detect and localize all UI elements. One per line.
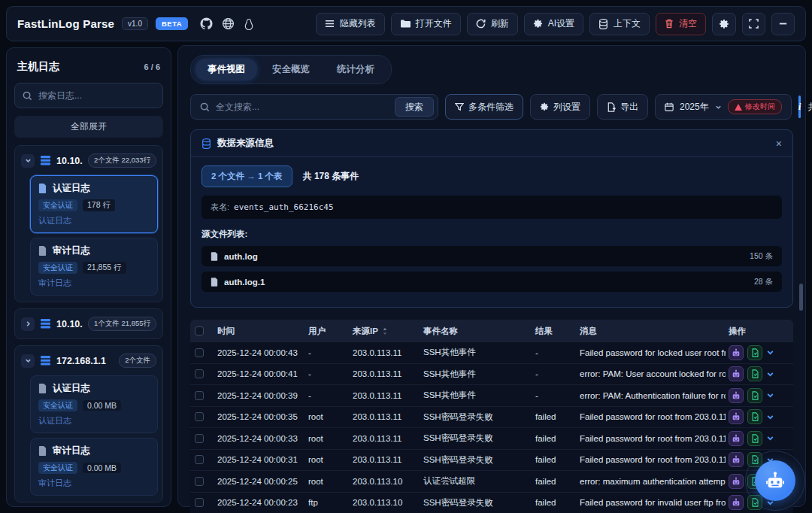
raw-log-button[interactable] [747,452,762,467]
table-row[interactable]: 2025-12-24 00:00:23 ftp 203.0.113.10 SSH… [190,493,793,513]
ai-analyze-button[interactable] [729,474,744,489]
host-group-10-10-10-50: 10.10.10.50 1个文件 21,855行 [14,308,163,339]
expand-row-chevron[interactable] [766,434,774,442]
cell-event: 认证尝试超限 [423,475,532,487]
open-file-button[interactable]: 打开文件 [391,13,461,35]
row-checkbox[interactable] [195,477,204,486]
table-row[interactable]: 2025-12-24 00:00:33 root 203.0.113.11 SS… [190,428,793,450]
cell-ip: 203.0.113.11 [353,412,420,421]
tab-statistics[interactable]: 统计分析 [325,59,386,80]
raw-log-button[interactable] [747,345,762,360]
log-file-item[interactable]: 认证日志 安全认证 178 行 认证日志 [30,175,158,233]
ai-analyze-button[interactable] [729,345,744,360]
sidebar: 主机日志 6 / 6 全部展开 10.10.10.49 2个文件 22,033行… [6,47,171,507]
row-checkbox[interactable] [195,498,204,507]
cell-result: - [535,348,577,357]
context-button[interactable]: 上下文 [589,13,650,35]
sidebar-search[interactable] [14,83,163,108]
host-name: 172.168.1.1 [56,356,114,366]
table-row[interactable]: 2025-12-24 00:00:41 - 203.0.113.11 SSH其他… [190,364,793,386]
expand-all-button[interactable]: 全部展开 [14,116,163,138]
host-row[interactable]: 10.10.10.50 1个文件 21,855行 [20,314,158,334]
host-row[interactable]: 172.168.1.1 2个文件 [20,351,158,371]
chevron-down-icon[interactable] [21,154,35,168]
raw-log-button[interactable] [747,388,762,403]
source-file-item[interactable]: auth.log.1 28 条 [201,272,782,292]
row-checkbox[interactable] [195,348,204,357]
row-checkbox[interactable] [195,412,204,421]
table-row[interactable]: 2025-12-24 00:00:35 root 203.0.113.11 SS… [190,407,793,429]
close-icon[interactable]: × [776,138,782,149]
ai-assistant-fab[interactable] [755,460,795,501]
expand-row-chevron[interactable] [766,370,774,378]
row-checkbox[interactable] [195,369,204,378]
raw-log-button[interactable] [747,495,762,510]
settings-button[interactable] [712,13,736,35]
table-row[interactable]: 2025-12-24 00:00:31 root 203.0.113.11 SS… [190,450,793,472]
tab-event-view[interactable]: 事件视图 [195,59,257,80]
file-title: 审计日志 [53,244,90,257]
minimize-icon [778,19,788,29]
year-select[interactable]: 2025年 修改时间 [655,94,792,120]
ai-analyze-button[interactable] [729,366,744,381]
log-file-item[interactable]: 认证日志 安全认证 0.00 MB 认证日志 [30,375,158,433]
cell-ip: 203.0.113.11 [353,455,420,464]
source-file-item[interactable]: auth.log 150 条 [201,246,782,266]
ai-analyze-button[interactable] [729,431,744,446]
cell-ip: 203.0.113.10 [353,477,420,486]
fulltext-search-input[interactable] [216,102,389,112]
info-button[interactable]: i [798,96,801,118]
fulltext-search[interactable]: 搜索 [190,94,438,120]
row-checkbox[interactable] [195,391,204,400]
cell-event: SSH密码登录失败 [423,433,532,444]
row-checkbox[interactable] [195,455,204,464]
column-settings-button[interactable]: 列设置 [530,94,590,120]
ai-settings-button[interactable]: AI设置 [524,13,583,35]
search-icon [23,91,32,101]
source-file-list: auth.log 150 条 auth.log.1 28 条 [201,246,782,292]
host-row[interactable]: 10.10.10.49 2个文件 22,033行 [20,150,158,171]
table-name-label: 表名: [211,202,229,213]
log-file-item[interactable]: 审计日志 安全认证 21,855 行 审计日志 [30,238,158,296]
expand-row-chevron[interactable] [766,413,774,421]
raw-log-button[interactable] [747,431,762,446]
minimize-button[interactable] [771,13,795,35]
row-actions [729,431,789,446]
table-row[interactable]: 2025-12-24 00:00:43 - 203.0.113.11 SSH其他… [190,342,793,364]
raw-log-button[interactable] [747,409,762,424]
host-badge: 2个文件 22,033行 [88,153,156,168]
ai-analyze-button[interactable] [729,452,744,467]
search-icon [200,102,210,112]
row-checkbox[interactable] [195,434,204,443]
select-all-checkbox[interactable] [195,326,204,335]
clear-button[interactable]: 清空 [656,13,706,35]
globe-icon[interactable] [222,17,235,30]
cell-time: 2025-12-24 00:00:39 [217,391,305,400]
tab-security-overview[interactable]: 安全概览 [260,59,322,80]
multi-filter-button[interactable]: 多条件筛选 [445,94,523,120]
table-row[interactable]: 2025-12-24 00:00:39 - 203.0.113.11 SSH其他… [190,385,793,407]
file-tag: 安全认证 [38,462,77,474]
host-group-10-10-10-49: 10.10.10.49 2个文件 22,033行 认证日志 安全认证 178 行… [14,145,163,302]
table-row[interactable]: 2025-12-24 00:00:25 root 203.0.113.10 认证… [190,471,793,493]
log-file-item[interactable]: 审计日志 安全认证 0.00 MB 审计日志 [30,438,158,496]
search-button[interactable]: 搜索 [395,97,434,117]
chevron-down-icon[interactable] [21,354,35,368]
expand-row-chevron[interactable] [766,391,774,399]
export-button[interactable]: 导出 [597,94,648,120]
refresh-button[interactable]: 刷新 [467,13,518,35]
hide-list-button[interactable]: 隐藏列表 [316,13,385,35]
linux-icon[interactable] [244,18,254,30]
chevron-right-icon[interactable] [21,317,35,331]
ai-analyze-button[interactable] [729,495,744,510]
expand-row-chevron[interactable] [766,348,774,357]
github-icon[interactable] [200,17,213,30]
ai-analyze-button[interactable] [729,388,744,403]
sort-icon[interactable] [381,327,388,335]
raw-log-button[interactable] [747,366,762,381]
table-scrollbar-thumb[interactable] [799,284,803,311]
ai-analyze-button[interactable] [729,409,744,424]
sidebar-search-input[interactable] [38,90,155,101]
fullscreen-button[interactable] [742,13,765,35]
cell-message: Failed password for root from 203.0.113.… [580,455,726,464]
